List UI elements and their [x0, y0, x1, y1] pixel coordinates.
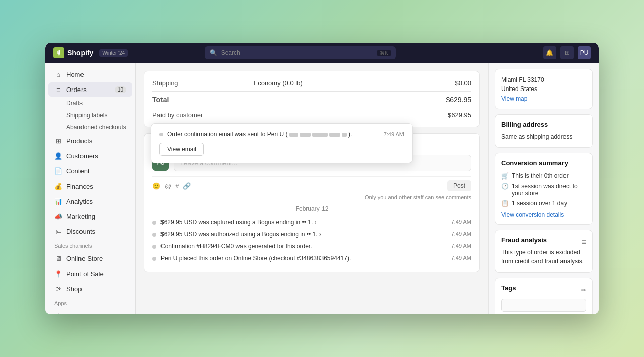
order-count-icon: 🛒 — [501, 172, 509, 180]
drafts-label: Drafts — [66, 100, 83, 107]
only-staff-text: Only you and other staff can see comment… — [152, 194, 471, 200]
apps-section-label: Apps — [45, 296, 135, 308]
orders-icon: ≡ — [54, 85, 62, 94]
billing-title: Billing address — [501, 121, 586, 128]
sidebar-item-home[interactable]: ⌂ Home — [48, 67, 132, 81]
sidebar-item-analytics[interactable]: 📊 Analytics — [48, 194, 132, 208]
fraud-card: Fraud analysis ≡ This type of order is e… — [495, 230, 593, 273]
sidebar-item-orders[interactable]: ≡ Orders 10 — [48, 82, 132, 97]
products-icon: ⊞ — [54, 137, 62, 145]
session-duration-icon: 📋 — [501, 200, 509, 207]
shipping-amount: $0.00 — [455, 79, 471, 87]
sidebar-item-apps[interactable]: ⚙ Apps — [48, 309, 132, 314]
address-card: Miami FL 33170 United States View map — [495, 69, 593, 109]
view-conversion-details-link[interactable]: View conversion details — [501, 211, 586, 218]
marketing-icon: 📣 — [54, 212, 62, 220]
conversion-session-duration-row: 📋 1 session over 1 day — [501, 198, 586, 208]
pos-icon: 📍 — [54, 270, 62, 278]
search-bar[interactable]: 🔍 Search ⌘K — [205, 46, 396, 59]
shopify-wordmark: Shopify — [67, 49, 93, 57]
sidebar-item-pos[interactable]: 📍 Point of Sale — [48, 266, 132, 281]
orders-badge: 10 — [115, 86, 126, 93]
event-3: Confirmation #H8294FCM0 was generated fo… — [152, 240, 471, 252]
online-store-icon: 🖥 — [54, 254, 62, 262]
timeline-date: February 12 — [152, 205, 471, 212]
tags-title: Tags — [501, 284, 516, 292]
conversion-session-type-row: 🕐 1st session was direct to your store — [501, 181, 586, 198]
event-time-2: 7:49 AM — [451, 231, 471, 237]
event-text-2: $629.95 USD was authorized using a Bogus… — [160, 231, 447, 238]
mask-block-4 — [329, 133, 340, 137]
sidebar-item-marketing[interactable]: 📣 Marketing — [48, 209, 132, 223]
sidebar-item-shipping-labels[interactable]: Shipping labels — [48, 110, 132, 121]
conversion-order-count-row: 🛒 This is their 0th order — [501, 171, 586, 181]
sidebar-item-drafts[interactable]: Drafts — [48, 98, 132, 109]
right-panel: Miami FL 33170 United States View map Bi… — [488, 63, 599, 314]
mask-block-3 — [312, 133, 328, 137]
event-2: $629.95 USD was authorized using a Bogus… — [152, 228, 471, 240]
sidebar-label-home: Home — [66, 71, 84, 78]
city-state-zip: Miami FL 33170 — [501, 75, 586, 84]
shop-icon: 🛍 — [54, 285, 62, 293]
billing-card: Billing address Same as shipping address — [495, 114, 593, 148]
hashtag-icon[interactable]: # — [175, 182, 179, 190]
order-summary-section: Shipping Economy (0.0 lb) $0.00 Total $6… — [144, 71, 480, 127]
sidebar-item-customers[interactable]: 👤 Customers — [48, 149, 132, 163]
search-shortcut: ⌘K — [377, 50, 391, 56]
view-email-button[interactable]: View email — [159, 143, 204, 156]
sidebar-label-shop: Shop — [66, 285, 82, 293]
tags-edit-icon[interactable]: ✏ — [581, 287, 586, 294]
winter-badge: Winter '24 — [99, 49, 128, 57]
sidebar-item-online-store[interactable]: 🖥 Online Store — [48, 251, 132, 265]
total-amount: $629.95 — [446, 96, 471, 104]
profile-button[interactable]: PU — [578, 46, 591, 59]
sidebar-label-content: Content — [66, 167, 90, 175]
sidebar-label-online-store: Online Store — [66, 255, 103, 262]
sidebar-label-finances: Finances — [66, 183, 93, 190]
comment-toolbar: 🙂 @ # 🔗 Post — [152, 176, 471, 194]
view-map-link[interactable]: View map — [501, 95, 527, 102]
email-event-text: Order confirmation email was sent to Per… — [167, 131, 380, 138]
notification-button[interactable]: 🔔 — [543, 46, 556, 59]
session-type-icon: 🕐 — [501, 183, 509, 190]
sidebar-item-products[interactable]: ⊞ Products — [48, 134, 132, 148]
sidebar-item-content[interactable]: 📄 Content — [48, 164, 132, 178]
fraud-header: Fraud analysis ≡ — [501, 236, 586, 248]
event-time-4: 7:49 AM — [451, 255, 471, 261]
customers-icon: 👤 — [54, 152, 62, 160]
sidebar-label-marketing: Marketing — [66, 213, 95, 220]
sidebar-label-orders: Orders — [66, 86, 87, 94]
sidebar-item-discounts[interactable]: 🏷 Discounts — [48, 224, 132, 238]
tags-input[interactable] — [501, 299, 586, 312]
shipping-labels-label: Shipping labels — [66, 112, 107, 119]
main-layout: ⌂ Home ≡ Orders 10 Drafts Shipping label… — [45, 63, 599, 314]
email-event-dot — [159, 133, 163, 136]
analytics-icon: 📊 — [54, 197, 62, 205]
event-time-1: 7:49 AM — [451, 219, 471, 225]
settings-button[interactable]: ⊞ — [560, 46, 574, 59]
sidebar-item-shop[interactable]: 🛍 Shop — [48, 282, 132, 296]
conversion-card: Conversion summary 🛒 This is their 0th o… — [495, 153, 593, 225]
search-icon: 🔍 — [210, 49, 217, 56]
app-window: Shopify Winter '24 🔍 Search ⌘K 🔔 ⊞ PU ⌂ … — [45, 43, 599, 314]
sidebar: ⌂ Home ≡ Orders 10 Drafts Shipping label… — [45, 63, 136, 314]
sidebar-item-abandoned-checkouts[interactable]: Abandoned checkouts — [48, 122, 132, 133]
at-icon[interactable]: @ — [165, 182, 171, 190]
sidebar-label-discounts: Discounts — [66, 228, 95, 235]
fraud-menu-icon[interactable]: ≡ — [582, 238, 586, 247]
mask-block-1 — [289, 133, 298, 137]
emoji-icon[interactable]: 🙂 — [152, 182, 160, 190]
discounts-icon: 🏷 — [54, 227, 62, 235]
apps-icon: ⚙ — [54, 312, 62, 314]
total-label: Total — [152, 96, 250, 104]
conversion-title: Conversion summary — [501, 159, 586, 167]
titlebar: Shopify Winter '24 🔍 Search ⌘K 🔔 ⊞ PU — [45, 43, 599, 63]
total-row: Total $629.95 — [152, 91, 471, 106]
event-dot-1 — [152, 221, 156, 225]
event-dot-3 — [152, 245, 156, 249]
sidebar-item-finances[interactable]: 💰 Finances — [48, 179, 132, 193]
post-button[interactable]: Post — [447, 180, 471, 191]
tags-card: Tags ✏ — [495, 278, 593, 314]
event-text-4: Peri U placed this order on Online Store… — [160, 255, 447, 262]
link-icon[interactable]: 🔗 — [183, 182, 191, 190]
